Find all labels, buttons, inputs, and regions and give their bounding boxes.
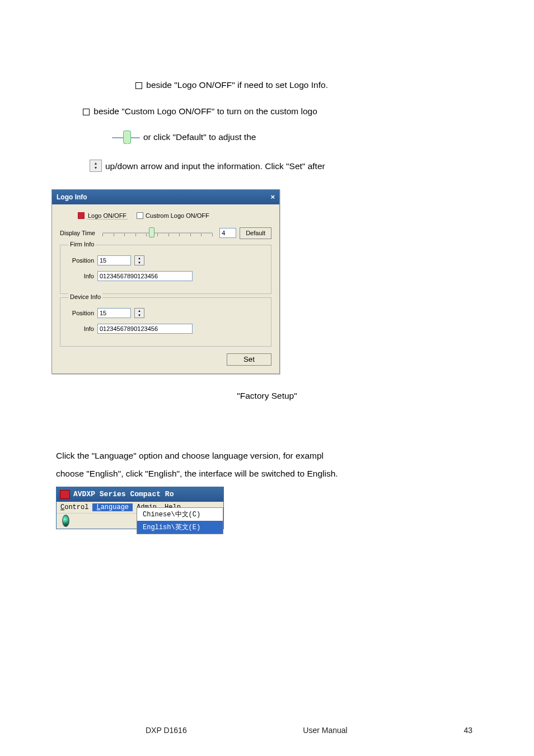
- footer-left: DXP D1616: [146, 726, 187, 735]
- app-icon: [60, 490, 70, 499]
- spinner-icon[interactable]: ▲▼: [134, 308, 144, 318]
- firm-info-fieldset: Firm Info Position ▲▼ Info: [60, 245, 271, 294]
- text: beside "Custom Logo ON/OFF" to turn on t…: [91, 106, 317, 116]
- logo-onoff-checkbox[interactable]: Logo ON/OFF: [78, 212, 128, 220]
- factory-setup-label: "Factory Setup": [56, 391, 478, 401]
- window-title: AVDXP Series Compact Ro: [73, 490, 174, 498]
- menu-screenshot: AVDXP Series Compact Ro Control Language…: [56, 487, 224, 529]
- spinner-icon[interactable]: ▲▼: [134, 255, 144, 265]
- position-label: Position: [66, 257, 94, 264]
- dialog-title: Logo Info: [57, 193, 87, 201]
- dropdown-item-english[interactable]: English\英文(E): [137, 521, 223, 534]
- info-label: Info: [66, 325, 94, 332]
- slider-icon: [112, 130, 140, 145]
- label: Logo ON/OFF: [87, 212, 128, 220]
- instr-line-3: or click "Default" to adjust the: [143, 130, 256, 143]
- position-label: Position: [66, 310, 94, 316]
- fieldset-legend: Device Info: [68, 293, 102, 300]
- checkbox-glyph: [83, 109, 90, 115]
- knob-icon[interactable]: [62, 515, 69, 527]
- dialog-titlebar[interactable]: Logo Info ×: [52, 190, 279, 204]
- set-button[interactable]: Set: [227, 353, 271, 366]
- instr-line-4: up/down arrow and input the information.…: [105, 160, 325, 172]
- spinner-icon: [90, 160, 102, 172]
- checkbox-glyph: [135, 82, 142, 89]
- footer-page-number: 43: [463, 726, 472, 735]
- label: Custrom Logo ON/OFF: [146, 212, 209, 219]
- instr-line-1: beside "Logo ON/OFF" if need to set Logo…: [135, 78, 478, 91]
- paragraph: Click the "Language" option and choose l…: [56, 447, 478, 465]
- window-titlebar: AVDXP Series Compact Ro: [57, 487, 223, 502]
- instr-line-2: beside "Custom Logo ON/OFF" to turn on t…: [83, 105, 478, 118]
- paragraph: choose "English", click "English", the i…: [56, 465, 478, 483]
- body-text: Click the "Language" option and choose l…: [56, 447, 478, 483]
- fieldset-legend: Firm Info: [68, 241, 96, 248]
- custom-logo-checkbox[interactable]: Custrom Logo ON/OFF: [137, 212, 209, 220]
- dropdown-item-chinese[interactable]: Chinese\中文(C): [137, 508, 223, 521]
- page-footer: DXP D1616 User Manual 43: [0, 726, 534, 735]
- default-button[interactable]: Default: [240, 227, 271, 239]
- device-info-fieldset: Device Info Position ▲▼ Info: [60, 297, 271, 347]
- logo-info-dialog: Logo Info × Logo ON/OFF Custrom Logo ON/…: [51, 189, 280, 374]
- firm-info-input[interactable]: [97, 271, 193, 281]
- display-time-input[interactable]: [219, 228, 236, 238]
- close-icon[interactable]: ×: [270, 193, 275, 201]
- language-dropdown: Chinese\中文(C) English\英文(E): [137, 507, 223, 534]
- info-label: Info: [66, 273, 94, 279]
- device-position-input[interactable]: [97, 308, 131, 318]
- footer-center: User Manual: [303, 726, 347, 735]
- device-info-input[interactable]: [97, 324, 193, 334]
- firm-position-input[interactable]: [97, 255, 131, 265]
- display-time-label: Display Time: [60, 230, 96, 236]
- display-time-slider[interactable]: [102, 227, 213, 239]
- text: beside "Logo ON/OFF" if need to set Logo…: [144, 80, 328, 90]
